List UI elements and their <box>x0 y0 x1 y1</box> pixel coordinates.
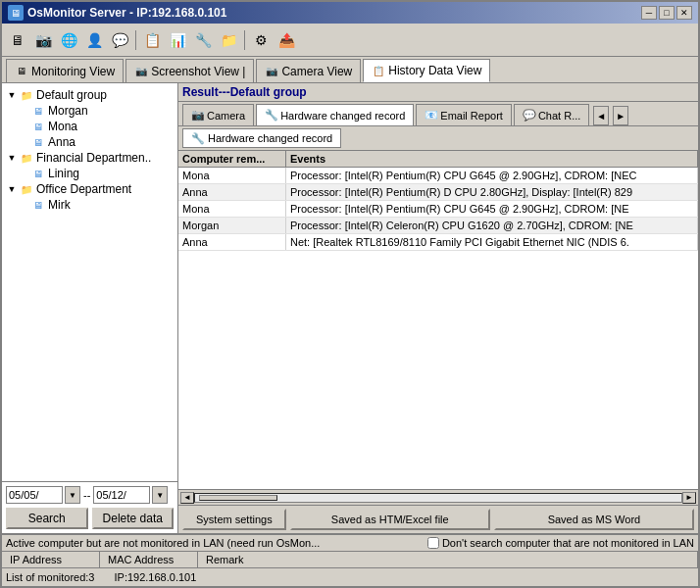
default-group-label: Default group <box>36 88 107 102</box>
save-htm-button[interactable]: Saved as HTM/Excel file <box>290 509 490 530</box>
date-to-picker-btn[interactable]: ▼ <box>152 486 168 504</box>
toolbar-gear-icon[interactable]: ⚙ <box>249 28 273 52</box>
computer-icon-mona: 🖥 <box>31 120 45 133</box>
morgan-label: Morgan <box>48 104 88 118</box>
tree-item-mona[interactable]: 🖥 Mona <box>6 119 174 134</box>
toolbar-export-icon[interactable]: 📤 <box>275 28 298 52</box>
table-row[interactable]: Anna Processor: [Intel(R) Pentium(R) D C… <box>178 184 698 201</box>
tree-item-morgan[interactable]: 🖥 Morgan <box>6 103 174 119</box>
monitoring-tab-label: Monitoring View <box>31 65 115 78</box>
toolbar-screenshot-icon[interactable]: 📷 <box>31 28 55 52</box>
tab-email-content[interactable]: 📧 Email Report <box>416 104 512 125</box>
maximize-button[interactable]: □ <box>659 6 675 20</box>
close-button[interactable]: ✕ <box>676 6 692 20</box>
date-from-input[interactable] <box>6 486 63 504</box>
td-events-3: Processor: [Intel(R) Celeron(R) CPU G162… <box>286 218 698 233</box>
toggle-office[interactable]: ▼ <box>6 183 18 195</box>
tab-scroll-right[interactable]: ► <box>613 106 628 125</box>
anna-label: Anna <box>48 135 75 149</box>
status-bar: List of monitored:3 IP:192.168.0.101 <box>2 568 698 586</box>
tab-scroll-left[interactable]: ◄ <box>593 106 609 125</box>
td-computer-2: Mona <box>178 201 286 217</box>
toggle-mona <box>18 121 29 132</box>
camera-tab-label: Camera View <box>281 65 352 78</box>
toggle-default-group[interactable]: ▼ <box>6 89 18 101</box>
td-events-0: Processor: [Intel(R) Pentium(R) CPU G645… <box>286 168 698 183</box>
main-content: ▼ 📁 Default group 🖥 Morgan 🖥 Mona 🖥 <box>2 83 698 533</box>
tree-item-lining[interactable]: 🖥 Lining <box>6 166 174 181</box>
hardware-content-label: Hardware changed record <box>280 110 405 122</box>
financial-label: Financial Departmen.. <box>36 151 151 165</box>
scroll-left-arrow[interactable]: ◄ <box>180 492 194 504</box>
th-events: Events <box>286 151 698 167</box>
date-to-input[interactable] <box>93 486 150 504</box>
toolbar-monitor-icon[interactable]: 🖥 <box>6 28 29 52</box>
toggle-financial[interactable]: ▼ <box>6 152 18 164</box>
td-computer-4: Anna <box>178 234 286 250</box>
toolbar-settings-icon[interactable]: 🔧 <box>191 28 215 52</box>
screenshot-tab-icon: 📷 <box>134 65 148 78</box>
toolbar-chart-icon[interactable]: 📊 <box>166 28 189 52</box>
chat-content-label: Chat R... <box>538 110 580 122</box>
computer-icon-lining: 🖥 <box>31 167 45 180</box>
system-settings-button[interactable]: System settings <box>182 509 286 530</box>
delete-button[interactable]: Delete data <box>92 508 175 529</box>
data-table-container: Computer rem... Events Mona Processor: [… <box>178 151 698 505</box>
tree-item-mirk[interactable]: 🖥 Mirk <box>6 197 174 213</box>
result-header: Result---Default group <box>178 83 698 102</box>
td-computer-3: Morgan <box>178 218 286 233</box>
tab-chat-content[interactable]: 💬 Chat R... <box>514 104 589 125</box>
ip-address-col: IP Address <box>2 552 100 567</box>
tab-monitoring[interactable]: 🖥 Monitoring View <box>6 59 124 82</box>
toolbar-folder-icon[interactable]: 📁 <box>217 28 240 52</box>
no-search-checkbox[interactable] <box>427 537 439 549</box>
toolbar-web-icon[interactable]: 🌐 <box>57 28 80 52</box>
monitoring-tab-icon: 🖥 <box>15 65 28 78</box>
date-range-row: ▼ -- ▼ <box>6 486 174 504</box>
td-events-4: Net: [Realtek RTL8169/8110 Family PCI Gi… <box>286 234 698 250</box>
tree-item-anna[interactable]: 🖥 Anna <box>6 134 174 150</box>
status-active-text: Active computer but are not monitored in… <box>6 537 424 549</box>
hardware-content-icon: 🔧 <box>265 109 278 122</box>
save-word-button[interactable]: Saved as MS Word <box>494 509 694 530</box>
folder-icon-office: 📁 <box>20 182 33 196</box>
tree-item-office[interactable]: ▼ 📁 Office Department <box>6 181 174 197</box>
app-icon: 🖥 <box>8 5 24 21</box>
sidebar-controls: ▼ -- ▼ Search Delete data <box>2 481 177 533</box>
scrollbar-track[interactable] <box>194 493 682 503</box>
folder-icon-financial: 📁 <box>20 151 33 165</box>
sub-tab-hardware[interactable]: 🔧 Hardware changed record <box>182 128 341 148</box>
tree-item-default-group[interactable]: ▼ 📁 Default group <box>6 87 174 103</box>
search-button[interactable]: Search <box>6 508 88 529</box>
table-row[interactable]: Morgan Processor: [Intel(R) Celeron(R) C… <box>178 218 698 234</box>
tab-screenshot[interactable]: 📷 Screenshot View | <box>125 59 254 82</box>
toolbar-chat-icon[interactable]: 💬 <box>108 28 131 52</box>
td-computer-0: Mona <box>178 168 286 183</box>
toolbar-user-icon[interactable]: 👤 <box>82 28 106 52</box>
table-row[interactable]: Mona Processor: [Intel(R) Pentium(R) CPU… <box>178 168 698 184</box>
office-label: Office Department <box>36 182 131 196</box>
tab-history[interactable]: 📋 History Data View <box>363 59 490 82</box>
tab-camera[interactable]: 📷 Camera View <box>256 59 361 82</box>
toolbar-report-icon[interactable]: 📋 <box>140 28 164 52</box>
td-events-2: Processor: [Intel(R) Pentium(R) CPU G645… <box>286 201 698 217</box>
date-from-picker-btn[interactable]: ▼ <box>65 486 80 504</box>
email-content-icon: 📧 <box>425 109 438 122</box>
tab-hardware-content[interactable]: 🔧 Hardware changed record <box>256 104 414 125</box>
nav-tabs: 🖥 Monitoring View 📷 Screenshot View | 📷 … <box>2 57 698 83</box>
td-events-1: Processor: [Intel(R) Pentium(R) D CPU 2.… <box>286 184 698 200</box>
sub-tab-label: Hardware changed record <box>208 132 332 144</box>
minimize-button[interactable]: ─ <box>641 6 657 20</box>
scroll-right-arrow[interactable]: ► <box>682 492 696 504</box>
no-search-label: Don't search computer that are not monit… <box>442 537 694 549</box>
horizontal-scrollbar[interactable]: ◄ ► <box>178 489 698 505</box>
tree-item-financial[interactable]: ▼ 📁 Financial Departmen.. <box>6 150 174 166</box>
history-tab-label: History Data View <box>388 64 481 77</box>
toolbar-separator-1 <box>135 30 136 50</box>
bottom-buttons: System settings Saved as HTM/Excel file … <box>178 505 698 533</box>
table-row[interactable]: Mona Processor: [Intel(R) Pentium(R) CPU… <box>178 201 698 218</box>
window-title: OsMonitor Server - IP:192.168.0.101 <box>27 6 226 20</box>
scrollbar-thumb[interactable] <box>199 495 277 501</box>
table-row[interactable]: Anna Net: [Realtek RTL8169/8110 Family P… <box>178 234 698 251</box>
tab-camera-content[interactable]: 📷 Camera <box>182 104 254 125</box>
